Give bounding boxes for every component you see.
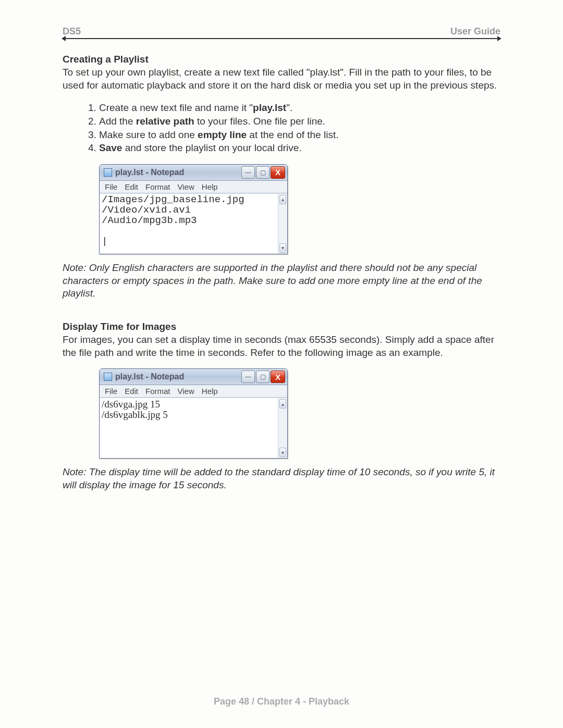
section-title-creating-playlist: Creating a Playlist xyxy=(63,54,500,65)
playlist-steps: Create a new text file and name it "play… xyxy=(63,101,500,155)
menu-help[interactable]: Help xyxy=(202,387,218,396)
scroll-down-icon[interactable]: ▾ xyxy=(279,243,286,253)
scroll-up-icon[interactable]: ▴ xyxy=(279,399,286,409)
window-buttons: — ▢ X xyxy=(241,371,285,383)
menubar: File Edit Format View Help xyxy=(100,181,287,193)
close-button[interactable]: X xyxy=(271,166,285,179)
header-left: DS5 xyxy=(63,26,81,37)
notepad-icon xyxy=(104,373,112,381)
menu-edit[interactable]: Edit xyxy=(125,182,138,191)
step-4: Save and store the playlist on your loca… xyxy=(99,141,500,155)
notepad-text-content-1[interactable]: /Images/jpg_baseline.jpg /Video/xvid.avi… xyxy=(100,194,278,254)
page-footer: Page 48 / Chapter 4 - Playback xyxy=(0,696,563,707)
window-title: play.lst - Notepad xyxy=(115,168,241,177)
window-buttons: — ▢ X xyxy=(241,166,285,179)
header-right: User Guide xyxy=(450,26,500,37)
notepad-window-1: play.lst - Notepad — ▢ X File Edit Forma… xyxy=(99,164,288,254)
menu-file[interactable]: File xyxy=(105,387,117,396)
textarea-wrap: /Images/jpg_baseline.jpg /Video/xvid.avi… xyxy=(100,193,287,254)
window-title: play.lst - Notepad xyxy=(115,372,241,381)
menu-file[interactable]: File xyxy=(105,182,117,191)
notepad-window-2: play.lst - Notepad — ▢ X File Edit Forma… xyxy=(99,368,288,459)
menu-format[interactable]: Format xyxy=(145,182,170,191)
header-rule xyxy=(63,38,500,39)
scrollbar[interactable]: ▴ ▾ xyxy=(278,194,287,254)
note-2: Note: The display time will be added to … xyxy=(63,466,500,491)
menu-help[interactable]: Help xyxy=(202,182,218,191)
menu-format[interactable]: Format xyxy=(145,387,170,396)
page-header: DS5 User Guide xyxy=(63,26,500,37)
intro-paragraph-2: For images, you can set a display time i… xyxy=(63,334,500,359)
intro-paragraph-1: To set up your own playlist, create a ne… xyxy=(63,66,500,92)
step-2: Add the relative path to your files. One… xyxy=(99,115,500,128)
scroll-down-icon[interactable]: ▾ xyxy=(279,448,286,457)
note-1: Note: Only English characters are suppor… xyxy=(63,262,500,300)
minimize-button[interactable]: — xyxy=(241,166,255,179)
titlebar[interactable]: play.lst - Notepad — ▢ X xyxy=(100,369,287,385)
page: DS5 User Guide Creating a Playlist To se… xyxy=(0,0,563,728)
step-3: Make sure to add one empty line at the e… xyxy=(99,128,500,142)
menu-view[interactable]: View xyxy=(178,182,194,191)
maximize-button[interactable]: ▢ xyxy=(256,371,270,383)
maximize-button[interactable]: ▢ xyxy=(256,166,270,179)
scrollbar[interactable]: ▴ ▾ xyxy=(278,398,287,458)
menu-view[interactable]: View xyxy=(178,387,194,396)
menubar: File Edit Format View Help xyxy=(100,385,287,398)
minimize-button[interactable]: — xyxy=(241,371,255,383)
close-button[interactable]: X xyxy=(271,371,285,383)
notepad-icon xyxy=(104,168,112,177)
titlebar[interactable]: play.lst - Notepad — ▢ X xyxy=(100,165,287,181)
textarea-wrap: /ds6vga.jpg 15 /ds6vgablk.jpg 5 ▴ ▾ xyxy=(100,398,287,458)
menu-edit[interactable]: Edit xyxy=(125,387,138,396)
scroll-up-icon[interactable]: ▴ xyxy=(279,195,286,204)
step-1: Create a new text file and name it "play… xyxy=(99,101,500,115)
section-title-display-time: Display Time for Images xyxy=(63,321,500,332)
notepad-text-content-2[interactable]: /ds6vga.jpg 15 /ds6vgablk.jpg 5 xyxy=(100,398,278,458)
